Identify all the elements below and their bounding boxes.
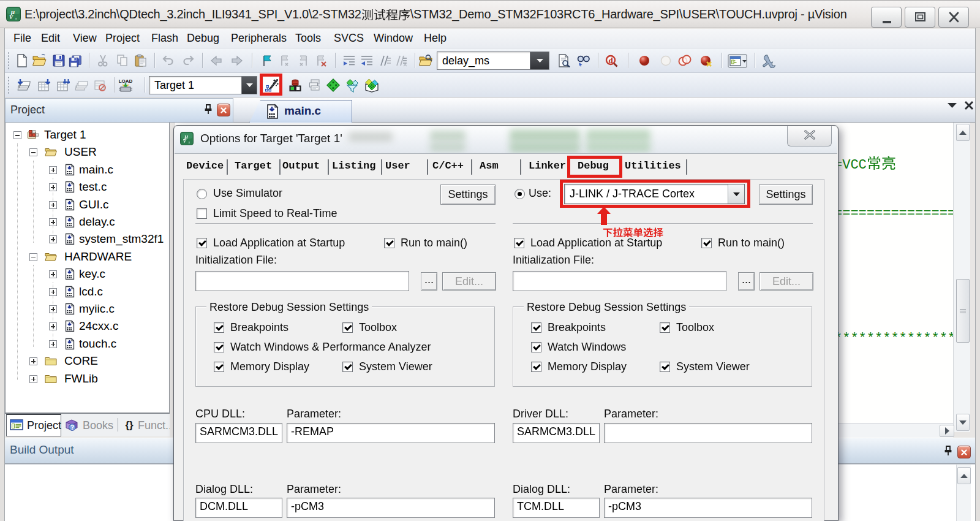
tree-item-label[interactable]: Target 1 [44, 128, 86, 142]
tree-collapse-icon[interactable] [29, 253, 37, 261]
toolbar-grip[interactable] [7, 76, 10, 94]
select-packs-icon[interactable] [345, 78, 360, 93]
menu-help[interactable]: Help [424, 32, 447, 45]
run-main-checkbox-right[interactable] [701, 238, 712, 248]
tree-item-system-stm32f1[interactable]: system_stm32f1 [6, 230, 169, 248]
tree-expand-icon[interactable] [49, 218, 57, 226]
dialog-tab-device[interactable]: Device [186, 160, 224, 172]
use-simulator-radio[interactable] [197, 189, 207, 199]
menu-window[interactable]: Window [374, 32, 413, 45]
tree-item-label[interactable]: main.c [79, 163, 113, 177]
toolbox-checkbox-right[interactable] [660, 322, 670, 333]
tree-expand-icon[interactable] [29, 375, 37, 383]
tree-item-label[interactable]: myiic.c [79, 302, 115, 316]
dialog-tab-utilities[interactable]: Utilities [625, 160, 681, 172]
tree-item-label[interactable]: USER [64, 145, 97, 159]
save-icon[interactable] [51, 53, 66, 68]
scroll-up-icon[interactable] [956, 124, 970, 141]
menu-debug[interactable]: Debug [187, 32, 219, 45]
init-file-edit-button-right[interactable]: Edit... [760, 272, 813, 291]
comment-selection-icon[interactable] [378, 53, 393, 68]
tree-item-fwlib[interactable]: FWLib [6, 370, 169, 387]
scroll-down-icon[interactable] [956, 414, 970, 431]
target-combobox-value[interactable]: Target 1 [149, 77, 257, 94]
panel-tab-label[interactable]: Project [27, 419, 61, 432]
tree-expand-icon[interactable] [49, 235, 57, 243]
tree-item-label[interactable]: system_stm32f1 [79, 232, 164, 246]
tree-item-myiic-c[interactable]: myiic.c [6, 300, 169, 318]
bookmark-next-icon[interactable] [277, 53, 292, 68]
tree-expand-icon[interactable] [49, 305, 57, 313]
run-main-checkbox-left[interactable] [384, 238, 394, 248]
tree-collapse-icon[interactable] [13, 131, 21, 139]
toolbox-checkbox-left[interactable] [342, 322, 353, 333]
download-icon[interactable]: LOAD [118, 78, 136, 93]
breakpoint-enable-disable-icon[interactable] [658, 53, 673, 68]
init-file-input-right[interactable] [513, 271, 726, 291]
pin-icon[interactable] [203, 104, 213, 116]
breakpoint-disable-all-icon[interactable] [677, 53, 692, 68]
configure-icon[interactable] [762, 53, 777, 68]
tree-item-24cxx-c[interactable]: 24cxx.c [6, 318, 169, 335]
minimize-button[interactable] [871, 7, 902, 28]
tree-item-gui-c[interactable]: GUI.c [6, 196, 169, 213]
tree-expand-icon[interactable] [49, 322, 57, 330]
cpu-dll-input[interactable]: SARMCM3.DLL [195, 423, 282, 443]
editor-vscrollbar[interactable] [953, 123, 970, 432]
simulator-settings-button[interactable]: Settings [440, 184, 496, 205]
menu-tools[interactable]: Tools [295, 32, 321, 45]
rebuild-icon[interactable] [55, 78, 70, 93]
tree-item-hardware[interactable]: HARDWARE [6, 248, 169, 265]
bookmark-clear-all-icon[interactable] [314, 53, 329, 68]
tree-item-label[interactable]: GUI.c [79, 198, 109, 211]
driver-dll-input[interactable]: SARMCM3.DLL [513, 423, 600, 443]
menu-flash[interactable]: Flash [151, 32, 178, 45]
find-in-doc-icon[interactable] [557, 53, 571, 68]
uncomment-selection-icon[interactable] [394, 53, 409, 68]
nav-forward-icon[interactable] [230, 53, 244, 68]
menu-edit[interactable]: Edit [41, 32, 60, 45]
menu-svcs[interactable]: SVCS [334, 32, 364, 45]
tree-expand-icon[interactable] [49, 166, 57, 174]
scroll-right-icon[interactable] [940, 425, 954, 437]
tree-item-core[interactable]: CORE [6, 352, 169, 370]
menu-view[interactable]: View [73, 32, 97, 45]
init-file-browse-button-left[interactable]: ... [421, 272, 437, 291]
toolbar-grip[interactable] [7, 51, 10, 70]
tree-item-key-c[interactable]: key.c [6, 265, 169, 283]
find-in-files-icon[interactable] [418, 53, 433, 68]
save-all-icon[interactable] [68, 53, 83, 68]
dialog-dll-input-left[interactable]: DCM.DLL [195, 498, 282, 518]
dialog-dll-input-right[interactable]: TCM.DLL [513, 498, 600, 518]
cut-icon[interactable] [96, 53, 110, 68]
build-icon[interactable] [36, 78, 51, 93]
tree-expand-icon[interactable] [49, 288, 57, 296]
init-file-edit-button-left[interactable]: Edit... [442, 272, 496, 291]
watch-windows-checkbox-left[interactable] [214, 342, 224, 352]
maximize-button[interactable] [905, 7, 935, 28]
memory-display-checkbox-left[interactable] [214, 362, 224, 372]
menu-peripherals[interactable]: Peripherals [231, 32, 287, 45]
tree-item-label[interactable]: HARDWARE [64, 250, 132, 264]
tree-item-target-1[interactable]: Target 1 [6, 126, 169, 143]
tree-item-delay-c[interactable]: delay.c [6, 213, 169, 230]
tree-expand-icon[interactable] [49, 201, 57, 209]
memory-display-checkbox-right[interactable] [531, 362, 541, 372]
paste-icon[interactable] [134, 53, 148, 68]
pack-installer-icon[interactable] [326, 78, 341, 93]
manage-books-icon[interactable] [364, 78, 379, 93]
tree-item-test-c[interactable]: test.c [6, 178, 169, 196]
menu-project[interactable]: Project [105, 32, 140, 45]
tree-item-touch-c[interactable]: touch.c [6, 335, 169, 352]
redo-icon[interactable] [181, 53, 196, 68]
tree-item-label[interactable]: FWLib [64, 372, 98, 386]
dialog-tab-listing[interactable]: Listing [332, 160, 375, 172]
dialog-tab-linker[interactable]: Linker [529, 160, 566, 172]
incremental-find-icon[interactable]: d [604, 53, 619, 68]
document-tab-main-c[interactable]: main.c [249, 100, 352, 123]
tree-item-label[interactable]: delay.c [79, 215, 115, 229]
stop-build-icon[interactable] [92, 78, 107, 93]
doc-close-icon[interactable] [963, 100, 974, 111]
tree-expand-icon[interactable] [49, 270, 57, 278]
nav-back-icon[interactable] [209, 53, 224, 68]
